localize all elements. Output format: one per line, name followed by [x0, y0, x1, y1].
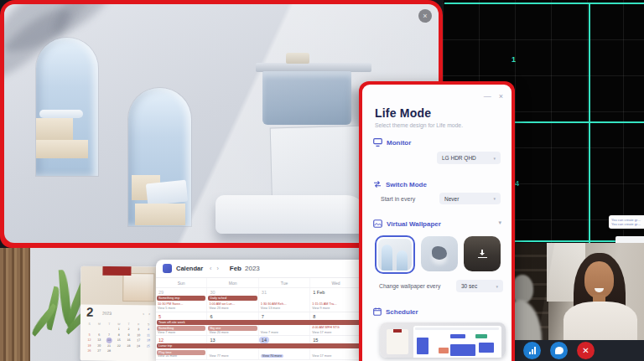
grid-axis-label-1: 1	[512, 55, 516, 64]
calendar-date[interactable]: 14	[259, 337, 269, 343]
life-mode-panel: — × Life Mode Select theme design for Li…	[359, 81, 515, 361]
calendar-event-text[interactable]: 1:30:30 AM Reh…	[261, 302, 312, 306]
day-header: Tue	[259, 278, 310, 287]
calendar-icon	[373, 307, 382, 316]
calendar-date[interactable]: 6	[207, 313, 215, 320]
desk-calendar-grid: SMTWTFS123456789101112131415161718192021…	[85, 322, 153, 354]
calendar-event-text[interactable]: 1:00 AM we Lun…	[209, 302, 260, 306]
scheduler-preview-calendar	[413, 326, 501, 358]
calendar-event-bar[interactable]: Something	[157, 326, 205, 331]
switch-icon	[373, 180, 382, 188]
calendar-date[interactable]: 7	[259, 313, 267, 320]
calendar-date[interactable]: 12	[156, 337, 166, 343]
desk-calendar-cell: 27	[94, 348, 104, 354]
desk-calendar-cell	[133, 348, 143, 354]
day-header: Sun	[156, 278, 207, 287]
minimize-icon[interactable]: —	[484, 92, 491, 101]
calendar-date[interactable]: 30	[207, 289, 217, 296]
view-more-link[interactable]: View 77 more	[209, 354, 228, 358]
calendar-date[interactable]: 13	[207, 337, 217, 343]
view-more-link[interactable]: View 7 more	[158, 331, 175, 334]
panel-title: Life Mode	[375, 106, 431, 120]
calendar-date[interactable]: 29	[156, 289, 166, 296]
close-button[interactable]: ✕	[577, 342, 595, 359]
section-collapse-chevron[interactable]: ▾	[498, 219, 501, 226]
grid-top-line	[444, 3, 644, 4]
monitor-icon	[373, 138, 382, 147]
calendar-event-text[interactable]: 4:00 AM WFH STG	[312, 326, 363, 329]
calendar-event-bar[interactable]: Daily sched	[208, 296, 257, 301]
calendar-app-icon	[163, 264, 172, 273]
wood-slats	[0, 248, 30, 361]
calendar-event-text[interactable]: 10:30 PM Swee…	[158, 302, 209, 306]
scheduler-preview[interactable]	[380, 322, 506, 358]
wallpaper-interval-select[interactable]: 30 sec▾	[456, 280, 503, 292]
chat-button[interactable]	[550, 342, 568, 359]
calendar-event-bar[interactable]: Big one	[208, 326, 257, 331]
desk-calendar-year: 2023	[102, 311, 112, 316]
close-icon[interactable]: ×	[499, 92, 503, 101]
switch-mode-section-label: Switch Mode	[373, 180, 427, 188]
panel-subtitle: Select theme design for Life mode.	[375, 122, 463, 128]
video-call: ✕	[515, 243, 644, 361]
wall-arch-left	[36, 38, 98, 176]
view-more-link[interactable]: View 16 more	[158, 354, 177, 358]
chevron-down-icon: ▾	[493, 196, 496, 201]
view-more-link[interactable]: View 9 more	[312, 307, 330, 310]
view-more-link[interactable]: View 23 more	[209, 307, 228, 310]
calendar-event-bar[interactable]: Something imp	[157, 296, 205, 301]
desk-calendar-cell: 26	[85, 348, 95, 354]
desk-calendar: 2 2023 ‹ › SMTWTFS1234567891011121314151…	[80, 266, 158, 361]
chevron-down-icon: ▾	[493, 156, 496, 161]
day-header: Mon	[207, 278, 258, 287]
grid-vertical-line	[589, 3, 590, 243]
grid-axis-label-4: 4	[515, 179, 519, 188]
view-more-link[interactable]: View 17 more	[312, 354, 331, 358]
signal-icon	[529, 347, 536, 354]
wallpaper-thumb-scene[interactable]	[421, 236, 458, 271]
monitor-select[interactable]: LG HDR QHD▾	[437, 152, 501, 164]
hanging-towel	[262, 71, 351, 125]
shelf-jar	[286, 53, 309, 64]
view-more-link[interactable]: View 5 more	[158, 307, 175, 310]
wallpaper-thumb-download[interactable]	[464, 236, 501, 271]
start-in-every-label: Start in every	[381, 196, 415, 202]
scheduler-section-label: Scheduler	[373, 307, 418, 316]
counter-ledge	[216, 195, 366, 234]
calendar-date[interactable]: 5	[156, 313, 164, 320]
view-more-link[interactable]: View 70 more	[261, 354, 283, 358]
close-icon[interactable]: ×	[418, 9, 432, 23]
desk-calendar-cell	[143, 348, 153, 354]
calendar-date[interactable]: 1 Feb	[310, 289, 327, 296]
calendar-event-bar[interactable]: Play time	[157, 350, 205, 355]
calendar-prev-next[interactable]: ‹ ›	[210, 266, 221, 271]
plant-leaf	[29, 303, 59, 336]
calendar-month-label: Feb2023	[226, 265, 260, 272]
switch-interval-select[interactable]: Never▾	[439, 193, 501, 204]
view-more-link[interactable]: View 7 more	[261, 331, 278, 334]
calendar-title: Calendar	[176, 265, 203, 272]
view-more-link[interactable]: View 13 more	[261, 307, 280, 310]
desk-calendar-month: 2	[86, 305, 93, 319]
chat-icon	[555, 347, 564, 354]
calendar-event-bar[interactable]: Team off-site week	[157, 320, 361, 325]
scheduler-preview-desk-calendar	[387, 329, 408, 354]
call-toolbar: ✕	[515, 340, 644, 361]
wall-arch-right	[128, 88, 191, 226]
wallpaper-thumb-arches[interactable]	[375, 235, 415, 274]
virtual-wallpaper-section-label: Virtual Wallpaper	[373, 219, 441, 228]
download-icon	[478, 250, 487, 258]
calendar-date[interactable]: 15	[310, 337, 320, 343]
calendar-event-text[interactable]: 1:15:15 AM Tra…	[312, 302, 363, 306]
signal-button[interactable]	[523, 342, 541, 359]
calendar-date[interactable]: 31	[259, 289, 269, 296]
calendar-date[interactable]: 8	[310, 313, 318, 320]
view-more-link[interactable]: View 17 more	[312, 331, 331, 334]
close-icon: ✕	[582, 346, 589, 355]
desk-calendar-cell	[123, 348, 133, 354]
image-icon	[373, 219, 382, 228]
change-wallpaper-label: Change wallpaper every	[379, 283, 440, 289]
desk-calendar-cell: 28	[104, 348, 114, 354]
desk-calendar-nav: ‹ ›	[143, 311, 152, 316]
view-more-link[interactable]: View 20 more	[209, 331, 228, 334]
